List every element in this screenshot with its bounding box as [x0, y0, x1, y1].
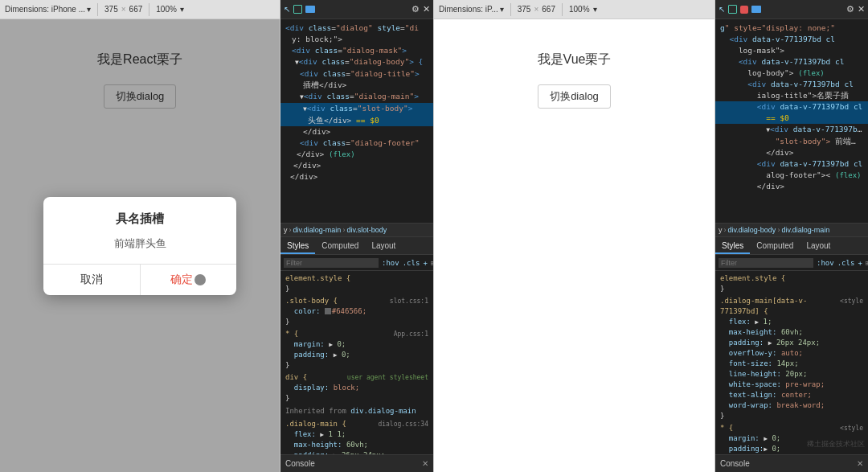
dom-line: </div>	[715, 181, 868, 192]
left-confirm-dot	[194, 274, 206, 285]
right-switch-button[interactable]: 切换dialog	[538, 84, 611, 109]
right-browser-content: 我是Vue栗子 切换dialog	[434, 19, 714, 472]
left-panel: Dimensions: iPhone ... ▾ 375 × 667 100% …	[0, 0, 434, 472]
right-tab-layout[interactable]: Layout	[800, 239, 837, 254]
right-close-icon[interactable]: ✕	[858, 4, 865, 14]
dom-line: <div class="dialog-title">	[280, 68, 433, 80]
dom-line: <div data-v-771397bd cl	[715, 158, 868, 170]
right-bc-sep2: ›	[777, 226, 780, 234]
left-sep1	[97, 3, 98, 16]
left-styles-tabs: Styles Computed Layout	[280, 237, 433, 255]
left-dialog: 具名插槽 前端胖头鱼 取消 确定	[43, 197, 236, 295]
right-bc-y: y	[719, 226, 723, 234]
right-dimension-label: Dimensions: iP...	[439, 5, 498, 14]
right-sep2	[562, 3, 563, 16]
dom-line: log-mask">	[715, 45, 868, 56]
left-box-icon[interactable]	[293, 5, 302, 14]
dom-line: ialog-title">名栗子插	[715, 90, 868, 101]
dom-line: ▼<div class="dialog-body"> {	[280, 56, 433, 68]
right-dom-tree: g" style="display: none;" <div data-v-77…	[715, 19, 868, 223]
dom-line: <div class="dialog-mask">	[280, 45, 433, 56]
right-zoom: 100%	[569, 5, 590, 14]
left-bc-slot-body[interactable]: div.slot-body	[346, 226, 387, 234]
dom-line-selected: == $0	[715, 113, 868, 124]
right-console-label[interactable]: Console	[720, 459, 750, 468]
dom-line: log-body"> (flex)	[715, 68, 868, 79]
left-width: 375	[104, 5, 118, 14]
left-height: 667	[129, 5, 143, 14]
right-browser: Dimensions: iP... ▾ 375 × 667 100% ▾ 我是V…	[434, 0, 715, 472]
left-gear-icon[interactable]: ⚙	[411, 4, 420, 14]
left-dialog-overlay[interactable]: 具名插槽 前端胖头鱼 取消 确定	[0, 19, 280, 472]
left-filter-input[interactable]	[284, 258, 379, 268]
left-bc-dialog-main[interactable]: div.dialog-main	[293, 226, 342, 234]
left-style-dialog-main: .dialog-main { dialog.css:34 flex: ▶ 1 1…	[280, 418, 433, 455]
left-tab-computed[interactable]: Computed	[315, 239, 365, 254]
left-bc-sep1: ›	[289, 226, 292, 234]
right-blue-rect-icon[interactable]	[751, 6, 761, 13]
right-console-close[interactable]: ✕	[857, 459, 863, 468]
dom-line: alog-footer">< (flex)	[715, 170, 868, 181]
right-style-dialog-main-data-v: .dialog-main[data-v-<style 771397bd] { f…	[715, 295, 868, 422]
dom-line: <div class="dialog-footer"	[280, 137, 433, 149]
left-chevron-icon: ▾	[87, 5, 91, 14]
left-filter-plus[interactable]: +	[423, 258, 427, 269]
right-devtools-topbar: ↖ ⚙ ✕	[715, 0, 868, 19]
left-breadcrumb: y › div.dialog-main › div.slot-body	[280, 223, 433, 237]
right-x: ×	[534, 5, 538, 14]
right-chevron-icon: ▾	[500, 5, 504, 14]
left-console-close[interactable]: ✕	[422, 459, 428, 468]
left-tab-layout[interactable]: Layout	[365, 239, 402, 254]
right-browser-topbar: Dimensions: iP... ▾ 375 × 667 100% ▾	[434, 0, 714, 19]
left-bc-y: y	[284, 226, 288, 234]
left-close-icon[interactable]: ✕	[423, 4, 430, 14]
left-confirm-button[interactable]: 确定	[141, 265, 237, 295]
right-panel: Dimensions: iP... ▾ 375 × 667 100% ▾ 我是V…	[434, 0, 868, 472]
left-dialog-title: 具名插槽	[43, 197, 236, 233]
right-styles-tabs: Styles Computed Layout	[715, 237, 868, 255]
right-filter-plus[interactable]: +	[858, 258, 862, 269]
right-tab-styles[interactable]: Styles	[715, 239, 750, 254]
left-style-element: element.style { }	[280, 273, 433, 295]
left-dimension-label: Dimensions: iPhone ...	[5, 5, 85, 14]
dom-line: "slot-body"> 前端胖头鱼<	[715, 136, 868, 147]
right-tab-computed[interactable]: Computed	[750, 239, 800, 254]
right-filter-cls[interactable]: .cls	[837, 258, 855, 269]
left-cancel-button[interactable]: 取消	[43, 265, 141, 295]
right-style-element: element.style { }	[715, 273, 868, 295]
right-red-rect-icon[interactable]	[740, 6, 748, 14]
left-dom-tree: <div class="dialog" style="di y: block;"…	[280, 19, 433, 223]
right-devtools: ↖ ⚙ ✕ g" style="display: none;" <div dat…	[715, 0, 868, 472]
left-blue-rect-icon[interactable]	[305, 6, 315, 13]
left-tab-styles[interactable]: Styles	[280, 239, 315, 254]
left-confirm-label: 确定	[170, 273, 193, 287]
right-gear-icon[interactable]: ⚙	[846, 4, 854, 14]
right-filter-input[interactable]	[719, 258, 813, 268]
right-dimension-select[interactable]: Dimensions: iP... ▾	[439, 5, 504, 14]
left-dialog-footer: 取消 确定	[43, 264, 236, 295]
right-bc-dialog-body[interactable]: div.dialog-body	[728, 226, 776, 234]
right-bc-dialog-main[interactable]: div.dialog-main	[781, 226, 829, 234]
left-cursor-icon[interactable]: ↖	[284, 5, 290, 14]
right-box-icon[interactable]	[728, 5, 737, 14]
left-inherited-header: Inherited from div.dialog-main	[280, 404, 433, 418]
left-console-label[interactable]: Console	[285, 459, 315, 468]
dom-line: ▼<div class="dialog-main">	[280, 91, 433, 103]
left-filter-extra: ⊞	[431, 258, 433, 269]
left-dimension-select[interactable]: Dimensions: iPhone ... ▾	[5, 5, 91, 14]
right-breadcrumb: y › div.dialog-body › div.dialog-main	[715, 223, 868, 237]
left-browser: Dimensions: iPhone ... ▾ 375 × 667 100% …	[0, 0, 280, 472]
left-filter-hov[interactable]: :hov	[382, 258, 399, 269]
dom-line: ▼<div data-v-771397bd cl	[715, 124, 868, 136]
dom-line-selected: 头鱼</div> == $0	[280, 115, 433, 126]
dom-line: </div>	[280, 160, 433, 171]
left-devtools-topbar: ↖ ⚙ ✕	[280, 0, 433, 19]
dom-line: </div>	[280, 171, 433, 183]
left-browser-topbar: Dimensions: iPhone ... ▾ 375 × 667 100% …	[0, 0, 280, 19]
left-browser-content: 我是React栗子 切换dialog 具名插槽 前端胖头鱼 取消 确定	[0, 19, 280, 472]
left-filter-cls[interactable]: .cls	[403, 258, 420, 269]
right-filter-hov[interactable]: :hov	[817, 258, 834, 269]
right-zoom-chevron: ▾	[593, 5, 597, 14]
right-cursor-icon[interactable]: ↖	[719, 5, 725, 14]
dom-line: </div> (flex)	[280, 149, 433, 160]
